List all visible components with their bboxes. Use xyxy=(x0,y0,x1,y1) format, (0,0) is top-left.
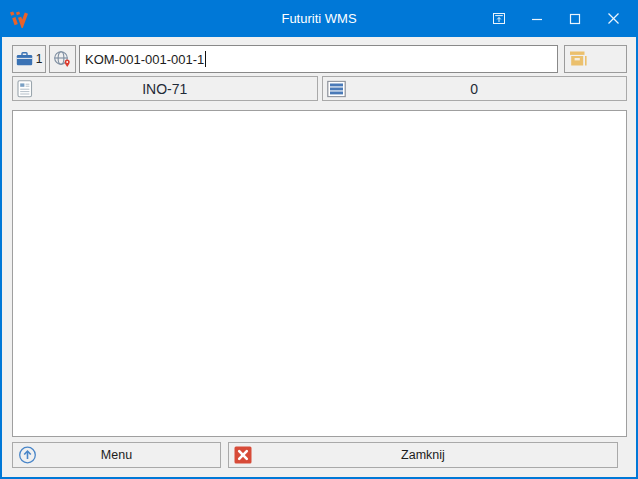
minimize-icon[interactable] xyxy=(518,0,556,37)
footer: Menu Zamknij xyxy=(12,442,618,468)
menu-button-label: Menu xyxy=(101,448,132,462)
package-button[interactable]: 1 xyxy=(12,45,46,73)
close-window-button[interactable]: Zamknij xyxy=(228,442,618,468)
globe-pin-icon xyxy=(53,50,72,68)
status-row: INO-71 0 xyxy=(12,76,627,101)
code-input-value: KOM-001-001-001-1 xyxy=(85,52,204,67)
titlebar: Futuriti WMS xyxy=(0,0,638,37)
code-input[interactable]: KOM-001-001-001-1 xyxy=(79,45,558,73)
box-button[interactable] xyxy=(564,45,627,73)
toolbar: 1 KOM-001-001-001-1 xyxy=(12,45,627,73)
list-bars-icon xyxy=(327,80,346,97)
content-area[interactable] xyxy=(12,110,627,437)
up-arrow-circle-icon xyxy=(18,446,37,465)
document-panel[interactable]: INO-71 xyxy=(12,76,318,101)
text-caret xyxy=(205,51,206,67)
count-panel[interactable]: 0 xyxy=(322,76,628,101)
caption-buttons xyxy=(480,0,632,37)
document-value: INO-71 xyxy=(142,81,187,97)
document-icon xyxy=(17,80,34,98)
package-count: 1 xyxy=(36,52,43,66)
menu-button[interactable]: Menu xyxy=(12,442,221,468)
close-icon[interactable] xyxy=(594,0,632,37)
pin-to-top-icon[interactable] xyxy=(480,0,518,37)
count-value: 0 xyxy=(470,81,478,97)
briefcase-icon xyxy=(16,52,33,66)
archive-box-icon xyxy=(569,49,591,69)
red-x-icon xyxy=(234,446,252,464)
maximize-icon[interactable] xyxy=(556,0,594,37)
close-window-button-label: Zamknij xyxy=(401,448,445,462)
location-button[interactable] xyxy=(49,45,76,73)
futuriti-logo-icon xyxy=(9,10,31,28)
app-window: Futuriti WMS xyxy=(0,0,638,479)
